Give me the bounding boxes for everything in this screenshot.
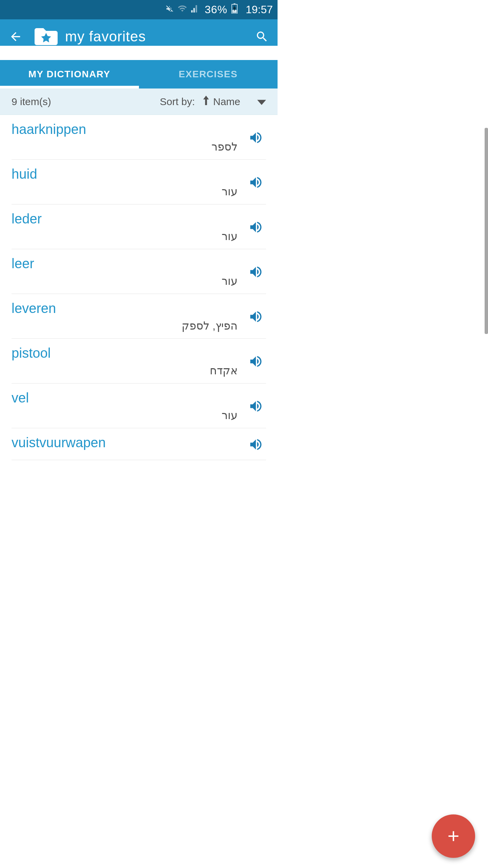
translation-text: עור bbox=[12, 275, 246, 288]
translation-text: לספר bbox=[12, 140, 246, 153]
battery-charging-icon bbox=[231, 3, 238, 16]
search-icon bbox=[255, 30, 269, 43]
speaker-icon bbox=[248, 437, 263, 452]
term-text: haarknippen bbox=[12, 122, 246, 137]
term-text: leder bbox=[12, 211, 246, 226]
translation-text: עור bbox=[12, 185, 246, 198]
signal-icon bbox=[190, 3, 199, 16]
translation-text: הפיץ, לספק bbox=[12, 319, 246, 332]
play-audio-button[interactable] bbox=[246, 346, 266, 377]
search-button[interactable] bbox=[254, 28, 270, 45]
list-item[interactable]: haarknippenלספר bbox=[12, 115, 266, 160]
app-bar: my favorites bbox=[0, 19, 278, 46]
play-audio-button[interactable] bbox=[246, 435, 266, 454]
sort-by-label: Sort by: bbox=[160, 96, 195, 107]
play-audio-button[interactable] bbox=[246, 390, 266, 422]
term-text: vel bbox=[12, 390, 246, 406]
play-audio-button[interactable] bbox=[246, 166, 266, 198]
tab-my-dictionary[interactable]: MY DICTIONARY bbox=[0, 60, 139, 88]
arrow-up-icon bbox=[203, 96, 209, 107]
speaker-icon bbox=[248, 354, 263, 369]
play-audio-button[interactable] bbox=[246, 301, 266, 332]
sort-control[interactable]: Name bbox=[203, 96, 266, 107]
speaker-icon bbox=[248, 130, 263, 145]
play-audio-button[interactable] bbox=[246, 211, 266, 243]
tabs: MY DICTIONARY EXERCISES bbox=[0, 60, 278, 88]
term-text: leer bbox=[12, 256, 246, 271]
list-item[interactable]: leerעור bbox=[12, 249, 266, 294]
translation-text: עור bbox=[12, 230, 246, 243]
chevron-down-icon bbox=[257, 96, 266, 107]
speaker-icon bbox=[248, 399, 263, 414]
term-text: leveren bbox=[12, 301, 246, 316]
wifi-icon bbox=[178, 3, 187, 16]
translation-text: עור bbox=[12, 409, 246, 422]
status-bar: 36% 19:57 bbox=[0, 0, 278, 19]
term-text: pistool bbox=[12, 346, 246, 361]
list-item[interactable]: vuistvuurwapen bbox=[12, 428, 266, 460]
play-audio-button[interactable] bbox=[246, 256, 266, 288]
list-item[interactable]: huidעור bbox=[12, 160, 266, 204]
list-item[interactable]: lederעור bbox=[12, 204, 266, 249]
speaker-icon bbox=[248, 175, 263, 190]
arrow-left-icon bbox=[9, 30, 22, 43]
battery-percent: 36% bbox=[205, 3, 227, 16]
back-button[interactable] bbox=[7, 28, 24, 45]
svg-rect-1 bbox=[233, 3, 235, 4]
word-list[interactable]: haarknippenלספרhuidעורlederעורleerעורlev… bbox=[0, 115, 278, 460]
speaker-icon bbox=[248, 220, 263, 235]
play-audio-button[interactable] bbox=[246, 122, 266, 153]
list-item[interactable]: pistoolאקדח bbox=[12, 339, 266, 383]
term-text: vuistvuurwapen bbox=[12, 435, 246, 450]
status-icons: 36% 19:57 bbox=[165, 3, 273, 16]
folder-favorite-icon bbox=[35, 27, 58, 46]
sort-value: Name bbox=[213, 96, 240, 107]
translation-text: אקדח bbox=[12, 364, 246, 377]
speaker-icon bbox=[248, 309, 263, 324]
sort-bar: 9 item(s) Sort by: Name bbox=[0, 88, 278, 115]
speaker-icon bbox=[248, 264, 263, 279]
status-clock: 19:57 bbox=[246, 3, 273, 16]
term-text: huid bbox=[12, 166, 246, 182]
item-count: 9 item(s) bbox=[12, 96, 160, 107]
tab-label: MY DICTIONARY bbox=[28, 69, 110, 80]
tab-label: EXERCISES bbox=[179, 69, 238, 80]
page-title: my favorites bbox=[65, 28, 254, 45]
list-item[interactable]: velעור bbox=[12, 383, 266, 428]
list-item[interactable]: leverenהפיץ, לספק bbox=[12, 294, 266, 339]
mute-icon bbox=[165, 3, 174, 16]
tab-exercises[interactable]: EXERCISES bbox=[139, 60, 278, 88]
